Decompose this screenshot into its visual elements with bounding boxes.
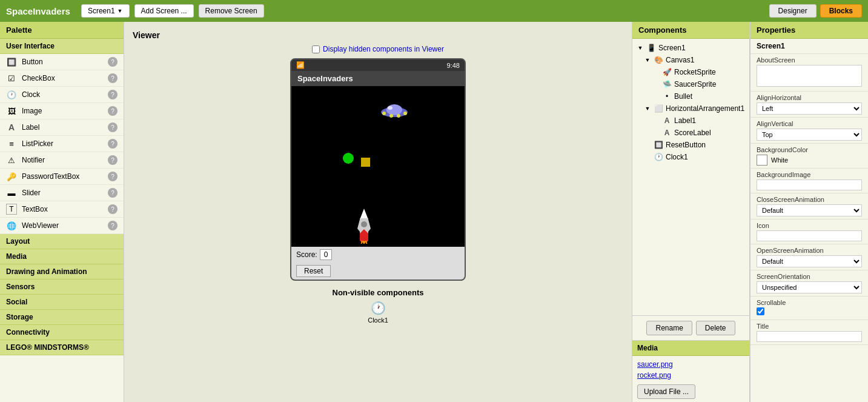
media-file-rocket[interactable]: rocket.png <box>637 370 744 381</box>
prop-input-backgroundimage[interactable]: None... <box>757 179 862 190</box>
notifier-icon: ⚠ <box>6 155 17 166</box>
palette-panel: Palette User Interface 🔲 Button ? ☑ Chec… <box>0 22 124 402</box>
prop-select-alignhorizontal[interactable]: Left Center Right <box>757 102 862 115</box>
palette-section-drawing[interactable]: Drawing and Animation <box>0 264 124 280</box>
prop-screenorientation: ScreenOrientation Unspecified Portrait L… <box>750 270 868 296</box>
properties-title: Properties <box>750 22 868 39</box>
designer-button[interactable]: Designer <box>769 4 817 18</box>
reset-button[interactable]: Reset <box>296 265 331 277</box>
wifi-icon: 📶 <box>296 61 305 69</box>
tree-node-screen1[interactable]: ▼ 📱 Screen1 <box>635 42 746 54</box>
media-panel: Media saucer.png rocket.png Upload File … <box>632 340 749 402</box>
info-icon-textbox[interactable]: ? <box>108 204 118 214</box>
delete-button[interactable]: Delete <box>696 321 735 335</box>
expand-saucersprite-icon <box>652 81 660 88</box>
phone-button-row: Reset <box>291 263 465 280</box>
info-icon-button[interactable]: ? <box>108 57 118 67</box>
score-value: 0 <box>320 249 333 260</box>
palette-section-user-interface[interactable]: User Interface <box>0 39 124 54</box>
prop-label-aboutscreen: AboutScreen <box>757 56 862 64</box>
info-icon-slider[interactable]: ? <box>108 188 118 198</box>
prop-label-openscreenanimation: OpenScreenAnimation <box>757 247 862 254</box>
palette-item-webviewer[interactable]: 🌐 WebViewer ? <box>0 218 124 234</box>
info-icon-webviewer[interactable]: ? <box>108 221 118 230</box>
svg-marker-10 <box>357 219 360 232</box>
blocks-button[interactable]: Blocks <box>820 4 862 18</box>
tree-node-canvas1[interactable]: ▼ 🎨 Canvas1 <box>635 54 746 66</box>
prop-label-screenorientation: ScreenOrientation <box>757 273 862 280</box>
palette-item-textbox[interactable]: T TextBox ? <box>0 201 124 218</box>
palette-item-image[interactable]: 🖼 Image ? <box>0 103 124 119</box>
slider-icon: ▬ <box>6 187 17 198</box>
info-icon-notifier[interactable]: ? <box>108 155 118 165</box>
hidden-components-label: Display hidden components in Viewer <box>323 45 444 53</box>
palette-section-social[interactable]: Social <box>0 295 124 310</box>
info-icon-listpicker[interactable]: ? <box>108 139 118 149</box>
tree-node-label1[interactable]: A Label1 <box>635 115 746 127</box>
palette-section-lego[interactable]: LEGO® MINDSTORMS® <box>0 340 124 355</box>
clock1-nonvisible-icon: 🕐 <box>371 301 386 315</box>
palette-item-listpicker[interactable]: ≡ ListPicker ? <box>0 136 124 152</box>
prop-select-openscreenanimation[interactable]: Default Fade Zoom SlideHorizontal SlideV… <box>757 255 862 267</box>
prop-input-aboutscreen[interactable] <box>757 65 862 87</box>
image-icon: 🖼 <box>6 106 17 116</box>
palette-item-clock[interactable]: 🕐 Clock ? <box>0 87 124 103</box>
screen1-dropdown[interactable]: Screen1 ▼ <box>81 4 130 18</box>
phone-titlebar: SpaceInvaders <box>291 71 465 86</box>
prop-label-alignvertical: AlignVertical <box>757 120 862 127</box>
hidden-components-checkbox[interactable] <box>312 45 320 53</box>
rename-button[interactable]: Rename <box>646 321 692 335</box>
tree-node-clock1[interactable]: 🕐 Clock1 <box>635 151 746 163</box>
tree-node-rocketsprite[interactable]: 🚀 RocketSprite <box>635 66 746 78</box>
palette-item-notifier[interactable]: ⚠ Notifier ? <box>0 152 124 169</box>
prop-input-icon[interactable]: None... <box>757 230 862 241</box>
info-icon-image[interactable]: ? <box>108 106 118 116</box>
upload-file-button[interactable]: Upload File ... <box>637 384 695 399</box>
svg-point-1 <box>386 104 402 115</box>
tree-label-canvas1: Canvas1 <box>666 56 694 64</box>
info-icon-passwordtextbox[interactable]: ? <box>108 172 118 181</box>
palette-item-label[interactable]: A Label ? <box>0 119 124 136</box>
tree-node-scorelabel[interactable]: A ScoreLabel <box>635 127 746 139</box>
nonvisible-clock1: 🕐 Clock1 <box>368 301 388 324</box>
expand-canvas1-icon[interactable]: ▼ <box>644 56 651 64</box>
remove-screen-button[interactable]: Remove Screen <box>199 4 264 18</box>
tree-node-ha1[interactable]: ▼ ⬜ HorizontalArrangement1 <box>635 102 746 115</box>
expand-ha1-icon[interactable]: ▼ <box>644 105 651 112</box>
components-panel: Components ▼ 📱 Screen1 ▼ 🎨 Canvas1 🚀 Roc… <box>632 22 750 402</box>
prop-input-title[interactable]: SpaceInvaders <box>757 331 862 342</box>
info-icon-checkbox[interactable]: ? <box>108 73 118 83</box>
prop-select-screenorientation[interactable]: Unspecified Portrait Landscape Sensor <box>757 281 862 293</box>
palette-item-passwordtextbox[interactable]: 🔑 PasswordTextBox ? <box>0 169 124 185</box>
prop-select-closescreenanimation[interactable]: Default Fade Zoom SlideHorizontal SlideV… <box>757 204 862 216</box>
components-buttons: Rename Delete <box>632 315 749 340</box>
tree-node-resetbutton[interactable]: 🔲 ResetButton <box>635 139 746 151</box>
prop-alignhorizontal: AlignHorizontal Left Center Right <box>750 92 868 118</box>
palette-label-button: Button <box>22 58 103 66</box>
palette-item-slider[interactable]: ▬ Slider ? <box>0 185 124 201</box>
info-icon-label[interactable]: ? <box>108 122 118 132</box>
canvas1-icon: 🎨 <box>654 55 663 65</box>
info-icon-clock[interactable]: ? <box>108 90 118 99</box>
tree-node-bullet[interactable]: • Bullet <box>635 90 746 102</box>
palette-section-connectivity[interactable]: Connectivity <box>0 325 124 340</box>
media-file-saucer[interactable]: saucer.png <box>637 359 744 370</box>
palette-section-sensors[interactable]: Sensors <box>0 280 124 295</box>
prop-color-row: White <box>757 155 862 166</box>
tree-node-saucersprite[interactable]: 🛸 SaucerSprite <box>635 78 746 90</box>
expand-rocketsprite-icon <box>652 69 660 76</box>
palette-section-layout[interactable]: Layout <box>0 234 124 249</box>
tree-label-scorelabel: ScoreLabel <box>674 129 711 137</box>
palette-section-storage[interactable]: Storage <box>0 310 124 325</box>
prop-checkbox-scrollable[interactable] <box>757 307 764 315</box>
prop-color-box-white[interactable] <box>757 155 767 166</box>
expand-screen1-icon[interactable]: ▼ <box>637 44 644 52</box>
expand-bullet-icon <box>652 93 660 100</box>
palette-section-media[interactable]: Media <box>0 249 124 264</box>
prop-select-alignvertical[interactable]: Top Center Bottom <box>757 129 862 141</box>
saucer-sprite <box>379 101 409 119</box>
palette-item-button[interactable]: 🔲 Button ? <box>0 54 124 70</box>
prop-closescreenanimation: CloseScreenAnimation Default Fade Zoom S… <box>750 193 868 219</box>
palette-item-checkbox[interactable]: ☑ CheckBox ? <box>0 70 124 87</box>
add-screen-button[interactable]: Add Screen ... <box>134 4 194 18</box>
